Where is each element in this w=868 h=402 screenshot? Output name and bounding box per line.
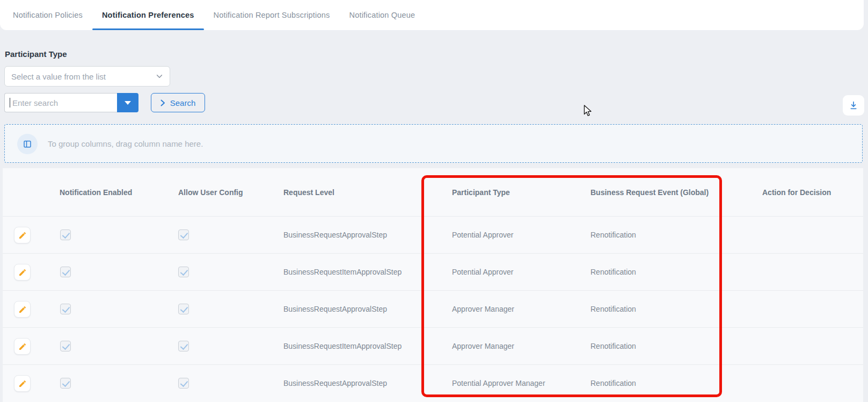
search-input[interactable] bbox=[4, 93, 117, 112]
notification-enabled-checkbox[interactable] bbox=[60, 229, 71, 240]
column-header-business-request-event[interactable]: Business Request Event (Global) bbox=[590, 168, 709, 217]
notification-enabled-checkbox[interactable] bbox=[60, 304, 71, 314]
participant-type-cell: Approver Manager bbox=[452, 291, 514, 327]
tab-notification-queue[interactable]: Notification Queue bbox=[339, 0, 425, 30]
participant-type-cell: Potential Approver bbox=[452, 254, 513, 290]
column-header-allow-user-config[interactable]: Allow User Config bbox=[178, 168, 243, 217]
edit-row-button[interactable] bbox=[14, 338, 31, 355]
business-request-event-cell: Renotification bbox=[590, 291, 636, 327]
search-options-dropdown-button[interactable] bbox=[117, 93, 138, 112]
tab-bar: Notification Policies Notification Prefe… bbox=[0, 0, 864, 30]
group-columns-hint-text: To group columns, drag column name here. bbox=[48, 139, 203, 148]
column-header-participant-type[interactable]: Participant Type bbox=[452, 168, 510, 217]
business-request-event-cell: Renotification bbox=[590, 365, 636, 401]
request-level-cell: BusinessRequestApprovalStep bbox=[283, 365, 387, 401]
select-placeholder-text: Select a value from the list bbox=[11, 72, 106, 81]
notification-enabled-checkbox[interactable] bbox=[60, 378, 71, 389]
pencil-icon bbox=[18, 342, 27, 351]
allow-user-config-checkbox[interactable] bbox=[178, 304, 189, 314]
request-level-cell: BusinessRequestItemApprovalStep bbox=[283, 328, 402, 364]
allow-user-config-checkbox[interactable] bbox=[178, 341, 189, 351]
columns-icon bbox=[23, 139, 32, 149]
allow-user-config-checkbox[interactable] bbox=[178, 229, 189, 240]
table-row: BusinessRequestApprovalStep Potential Ap… bbox=[3, 217, 863, 254]
participant-type-cell: Potential Approver bbox=[452, 217, 513, 253]
search-button-label: Search bbox=[170, 98, 196, 107]
table-row: BusinessRequestItemApprovalStep Approver… bbox=[3, 328, 863, 365]
tab-notification-preferences[interactable]: Notification Preferences bbox=[92, 0, 204, 30]
triangle-down-icon bbox=[125, 101, 131, 105]
table-header-row: Notification Enabled Allow User Config R… bbox=[3, 168, 863, 217]
participant-type-select[interactable]: Select a value from the list bbox=[4, 66, 170, 87]
request-level-cell: BusinessRequestApprovalStep bbox=[283, 217, 387, 253]
search-group bbox=[4, 93, 138, 112]
pencil-icon bbox=[18, 305, 27, 314]
participant-type-cell: Approver Manager bbox=[452, 328, 514, 364]
pencil-icon bbox=[18, 268, 27, 277]
business-request-event-cell: Renotification bbox=[590, 328, 636, 364]
pencil-icon bbox=[18, 379, 27, 388]
table-row: BusinessRequestApprovalStep Potential Ap… bbox=[3, 365, 863, 402]
column-header-notification-enabled[interactable]: Notification Enabled bbox=[60, 168, 132, 217]
download-button[interactable] bbox=[843, 95, 864, 116]
chevron-down-icon bbox=[156, 73, 163, 80]
edit-row-button[interactable] bbox=[14, 301, 31, 318]
chevron-right-icon bbox=[161, 99, 165, 106]
preferences-table: Notification Enabled Allow User Config R… bbox=[3, 168, 863, 402]
request-level-cell: BusinessRequestApprovalStep bbox=[283, 291, 387, 327]
notification-enabled-checkbox[interactable] bbox=[60, 267, 71, 277]
edit-row-button[interactable] bbox=[14, 264, 31, 281]
notification-enabled-checkbox[interactable] bbox=[60, 341, 71, 351]
allow-user-config-checkbox[interactable] bbox=[178, 267, 189, 277]
column-header-action-for-decision[interactable]: Action for Decision bbox=[762, 168, 831, 217]
table-row: BusinessRequestApprovalStep Approver Man… bbox=[3, 291, 863, 328]
allow-user-config-checkbox[interactable] bbox=[178, 378, 189, 389]
group-columns-dropzone[interactable]: To group columns, drag column name here. bbox=[4, 124, 863, 163]
edit-row-button[interactable] bbox=[14, 227, 31, 243]
columns-icon-badge bbox=[17, 134, 38, 154]
download-icon bbox=[849, 101, 858, 110]
participant-type-label: Participant Type bbox=[5, 49, 67, 59]
tab-notification-report-subscriptions[interactable]: Notification Report Subscriptions bbox=[204, 0, 340, 30]
business-request-event-cell: Renotification bbox=[590, 217, 636, 253]
pencil-icon bbox=[18, 231, 27, 240]
text-caret bbox=[10, 98, 10, 107]
tab-notification-policies[interactable]: Notification Policies bbox=[3, 0, 92, 30]
search-button[interactable]: Search bbox=[151, 93, 205, 112]
mouse-cursor-arrow bbox=[583, 105, 592, 117]
participant-type-cell: Potential Approver Manager bbox=[452, 365, 545, 401]
table-row: BusinessRequestItemApprovalStep Potentia… bbox=[3, 254, 863, 291]
edit-row-button[interactable] bbox=[14, 375, 31, 392]
request-level-cell: BusinessRequestItemApprovalStep bbox=[283, 254, 402, 290]
column-header-request-level[interactable]: Request Level bbox=[283, 168, 334, 217]
business-request-event-cell: Renotification bbox=[590, 254, 636, 290]
